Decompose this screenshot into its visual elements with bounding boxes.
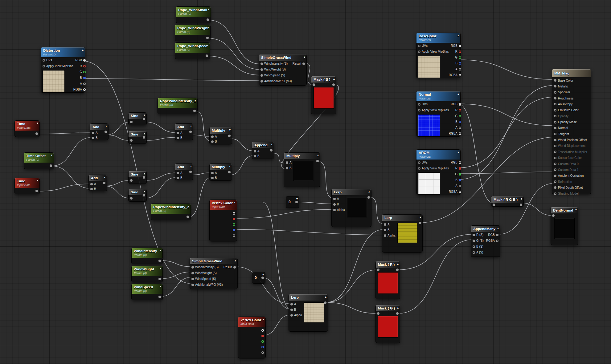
output-pin[interactable]: [459, 179, 461, 181]
input-pin[interactable]: [313, 83, 315, 86]
output-pin[interactable]: [143, 194, 145, 196]
input-pin[interactable]: [418, 167, 420, 170]
node-add-4[interactable]: Add▾AB: [175, 164, 193, 180]
output-pin[interactable]: [459, 45, 461, 47]
node-header[interactable]: Rope_WindSmallParam (0)▾: [176, 7, 211, 17]
wire[interactable]: [105, 180, 130, 186]
node-header[interactable]: BaseColorParam2D▴: [416, 33, 460, 43]
input-pin[interactable]: [554, 168, 556, 171]
output-pin[interactable]: [193, 110, 196, 112]
node-header[interactable]: WindWeightParam (0)▾: [132, 266, 162, 276]
collapse-chevron-icon[interactable]: ▾: [144, 172, 145, 175]
output-pin[interactable]: [228, 171, 231, 173]
output-pin[interactable]: [459, 127, 461, 129]
input-pin[interactable]: [290, 309, 293, 311]
wire[interactable]: [369, 197, 384, 224]
output-pin[interactable]: [459, 173, 461, 176]
node-header[interactable]: Rope_WindWeightParam (0)▾: [175, 25, 210, 35]
output-pin[interactable]: [83, 59, 86, 62]
input-pin[interactable]: [130, 139, 133, 142]
wire[interactable]: [458, 172, 555, 174]
collapse-chevron-icon[interactable]: ▴: [457, 34, 459, 37]
output-pin[interactable]: [233, 212, 235, 215]
wire[interactable]: [160, 277, 192, 297]
input-pin[interactable]: [554, 97, 556, 99]
input-pin[interactable]: [473, 240, 475, 242]
wire[interactable]: [498, 183, 555, 234]
node-simplegrasswind-2[interactable]: SimpleGrassWind▴WindIntensity (S)WindWei…: [190, 258, 237, 289]
wire[interactable]: [191, 173, 211, 175]
wire[interactable]: [83, 79, 261, 81]
output-pin[interactable]: [35, 132, 38, 135]
input-pin[interactable]: [191, 278, 194, 280]
node-header[interactable]: Add▾: [90, 124, 108, 130]
input-pin[interactable]: [552, 214, 555, 217]
input-pin[interactable]: [254, 155, 256, 157]
input-pin[interactable]: [333, 203, 336, 206]
output-pin[interactable]: [233, 218, 235, 220]
node-header[interactable]: Mask ( R )▴: [376, 261, 400, 268]
input-pin[interactable]: [177, 132, 179, 134]
node-appendmany[interactable]: AppendMany▴R (S)G (S)B (S)A (S)RGBRGBA: [471, 226, 500, 257]
output-pin[interactable]: [83, 88, 86, 91]
wire[interactable]: [37, 184, 91, 191]
node-simplegrasswind-1[interactable]: SimpleGrassWind▴WindIntensity (S)WindWei…: [259, 55, 306, 85]
collapse-chevron-icon[interactable]: ▴: [497, 226, 499, 230]
collapse-chevron-icon[interactable]: ▾: [144, 113, 145, 117]
input-pin[interactable]: [554, 127, 556, 129]
output-pin[interactable]: [496, 240, 498, 242]
collapse-chevron-icon[interactable]: ▾: [37, 179, 38, 182]
output-pin[interactable]: [459, 132, 461, 135]
output-pin[interactable]: [189, 131, 192, 133]
input-pin[interactable]: [290, 314, 293, 317]
collapse-chevron-icon[interactable]: ▾: [296, 197, 298, 200]
node-header[interactable]: TimeInput Data▾: [15, 178, 39, 188]
output-pin[interactable]: [324, 301, 326, 304]
node-header[interactable]: Mask ( G )▴: [376, 305, 400, 311]
output-pin[interactable]: [459, 121, 461, 123]
node-header[interactable]: BentNormal▾: [551, 207, 578, 213]
node-time-offset[interactable]: Time OffsetParam (0)▾: [24, 153, 54, 169]
input-pin[interactable]: [211, 140, 214, 143]
collapse-chevron-icon[interactable]: ▾: [160, 249, 161, 252]
node-rope-windsmall[interactable]: Rope_WindSmallParam (0)▾: [176, 7, 211, 23]
input-pin[interactable]: [554, 103, 556, 105]
collapse-chevron-icon[interactable]: ▾: [37, 121, 38, 125]
collapse-chevron-icon[interactable]: ▴: [397, 262, 399, 265]
output-pin[interactable]: [396, 312, 399, 315]
input-pin[interactable]: [333, 198, 336, 200]
output-pin[interactable]: [103, 182, 105, 184]
node-multiply-1[interactable]: Multiply▾AB: [210, 127, 232, 144]
output-pin[interactable]: [83, 77, 86, 79]
wire[interactable]: [51, 137, 92, 166]
node-header[interactable]: RopeWindIntensity_1Param (0)▾: [158, 98, 197, 108]
collapse-chevron-icon[interactable]: ▴: [317, 153, 319, 157]
output-pin[interactable]: [367, 196, 370, 199]
wire[interactable]: [230, 156, 254, 175]
output-pin[interactable]: [261, 335, 264, 337]
input-pin[interactable]: [90, 188, 93, 190]
wire[interactable]: [207, 38, 261, 70]
wire[interactable]: [145, 173, 177, 180]
input-pin[interactable]: [554, 151, 556, 153]
output-pin[interactable]: [261, 340, 264, 343]
input-pin[interactable]: [377, 312, 379, 315]
node-header[interactable]: Vertex ColorInput Data▾: [210, 200, 237, 210]
wire[interactable]: [326, 229, 384, 302]
output-pin[interactable]: [396, 269, 399, 271]
node-mask-rgb[interactable]: Mask ( R G B )▾: [491, 196, 523, 206]
input-pin[interactable]: [191, 266, 194, 269]
collapse-chevron-icon[interactable]: ▾: [229, 128, 231, 131]
input-pin[interactable]: [418, 103, 420, 106]
output-pin[interactable]: [316, 160, 319, 162]
input-pin[interactable]: [554, 180, 556, 183]
node-mm-flag[interactable]: MM_FlagBase ColorMetallicSpecularRoughne…: [552, 69, 591, 194]
input-pin[interactable]: [418, 51, 420, 53]
node-header[interactable]: Append▴: [252, 142, 274, 148]
output-pin[interactable]: [459, 191, 461, 193]
output-pin[interactable]: [233, 234, 235, 237]
output-pin[interactable]: [83, 71, 86, 73]
output-pin[interactable]: [187, 216, 189, 218]
wire[interactable]: [296, 202, 334, 204]
wire[interactable]: [208, 20, 261, 64]
